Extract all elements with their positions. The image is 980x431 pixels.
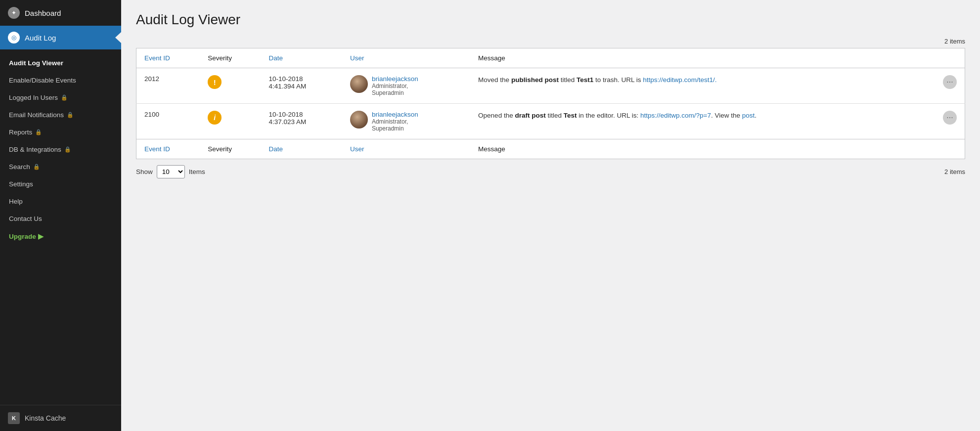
audit-log-label: Audit Log: [25, 34, 56, 42]
cell-user: brianleejackson Administrator,Superadmin: [342, 104, 470, 139]
col-user[interactable]: User: [342, 48, 470, 68]
row-actions-button[interactable]: ···: [943, 111, 957, 125]
lock-icon: 🔒: [35, 129, 42, 135]
items-count-bottom: 2 items: [944, 168, 965, 175]
severity-warning-icon: !: [208, 75, 222, 89]
col-footer-date[interactable]: Date: [261, 139, 342, 159]
cell-event-id: 2100: [136, 104, 200, 139]
dashboard-icon: ✦: [8, 7, 20, 19]
kinsta-label: Kinsta Cache: [25, 414, 66, 422]
show-label: Show: [136, 168, 153, 175]
sidebar-item-help[interactable]: Help: [0, 193, 121, 210]
show-items: Show 10 25 50 100 Items: [136, 165, 205, 178]
table-header-row: Event ID Severity Date User Message: [136, 48, 965, 68]
message-link[interactable]: https://editwp.com/test1/.: [643, 76, 716, 84]
items-per-page-select[interactable]: 10 25 50 100: [157, 165, 185, 178]
sidebar: ✦ Dashboard ◎ Audit Log Audit Log Viewer…: [0, 0, 121, 431]
col-severity: Severity: [200, 48, 261, 68]
sidebar-item-email-notifications[interactable]: Email Notifications 🔒: [0, 106, 121, 124]
message-link-1[interactable]: https://editwp.com/?p=7: [640, 112, 711, 119]
avatar: [350, 111, 368, 129]
col-footer-user[interactable]: User: [342, 139, 470, 159]
audit-log-icon: ◎: [8, 32, 20, 43]
page-title: Audit Log Viewer: [136, 12, 965, 28]
items-count-top: 2 items: [136, 38, 965, 45]
user-role: Administrator,Superadmin: [372, 118, 418, 132]
severity-info-icon: i: [208, 111, 222, 125]
avatar: [350, 75, 368, 93]
user-name-link[interactable]: brianleejackson: [372, 111, 418, 118]
main-content: Audit Log Viewer 2 items Event ID Severi…: [121, 0, 980, 431]
col-date[interactable]: Date: [261, 48, 342, 68]
user-role: Administrator,Superadmin: [372, 83, 418, 96]
sidebar-item-db-integrations[interactable]: DB & Integrations 🔒: [0, 141, 121, 158]
audit-table: Event ID Severity Date User Message 2012…: [136, 48, 965, 159]
sidebar-item-contact-us[interactable]: Contact Us: [0, 210, 121, 227]
sidebar-item-reports[interactable]: Reports 🔒: [0, 124, 121, 141]
col-actions: [919, 48, 965, 68]
row-actions-button[interactable]: ···: [943, 75, 957, 89]
table-row: 2100 i 10-10-20184:37.023 AM brianleejac…: [136, 104, 965, 139]
sidebar-menu: Audit Log Viewer Enable/Disable Events L…: [0, 49, 121, 405]
lock-icon: 🔒: [61, 94, 68, 101]
col-footer-actions: [919, 139, 965, 159]
sidebar-item-upgrade[interactable]: Upgrade ▶: [0, 227, 121, 245]
cell-severity: i: [200, 104, 261, 139]
col-event-id[interactable]: Event ID: [136, 48, 200, 68]
message-link-2[interactable]: post: [742, 112, 755, 119]
lock-icon: 🔒: [64, 146, 71, 153]
cell-severity: !: [200, 68, 261, 104]
col-message: Message: [470, 48, 919, 68]
items-label: Items: [189, 168, 205, 175]
table-footer: Show 10 25 50 100 Items 2 items: [136, 159, 965, 178]
cell-message: Moved the published post titled Test1 to…: [470, 68, 919, 104]
cell-message: Opened the draft post titled Test in the…: [470, 104, 919, 139]
cell-row-actions: ···: [919, 68, 965, 104]
dashboard-label: Dashboard: [25, 9, 61, 17]
col-footer-severity: Severity: [200, 139, 261, 159]
sidebar-item-audit-log[interactable]: ◎ Audit Log: [0, 26, 121, 49]
cell-row-actions: ···: [919, 104, 965, 139]
sidebar-item-search[interactable]: Search 🔒: [0, 158, 121, 175]
message-text: Opened the draft post titled Test in the…: [478, 112, 757, 119]
lock-icon: 🔒: [67, 112, 74, 118]
sidebar-item-logged-in-users[interactable]: Logged In Users 🔒: [0, 89, 121, 106]
table-row: 2012 ! 10-10-20184:41.394 AM brianleejac…: [136, 68, 965, 104]
cell-date: 10-10-20184:37.023 AM: [261, 104, 342, 139]
table-footer-row: Event ID Severity Date User Message: [136, 139, 965, 159]
upgrade-label: Upgrade ▶: [9, 232, 44, 240]
sidebar-item-dashboard[interactable]: ✦ Dashboard: [0, 0, 121, 26]
sidebar-item-kinsta[interactable]: K Kinsta Cache: [0, 405, 121, 431]
message-text: Moved the published post titled Test1 to…: [478, 76, 716, 84]
col-footer-message: Message: [470, 139, 919, 159]
user-name-link[interactable]: brianleejackson: [372, 75, 418, 83]
sidebar-item-audit-log-viewer[interactable]: Audit Log Viewer: [0, 54, 121, 72]
col-footer-event-id[interactable]: Event ID: [136, 139, 200, 159]
sidebar-item-settings[interactable]: Settings: [0, 175, 121, 193]
lock-icon: 🔒: [33, 164, 40, 170]
cell-event-id: 2012: [136, 68, 200, 104]
cell-date: 10-10-20184:41.394 AM: [261, 68, 342, 104]
kinsta-icon: K: [8, 412, 20, 424]
sidebar-item-enable-disable[interactable]: Enable/Disable Events: [0, 72, 121, 89]
cell-user: brianleejackson Administrator,Superadmin: [342, 68, 470, 104]
